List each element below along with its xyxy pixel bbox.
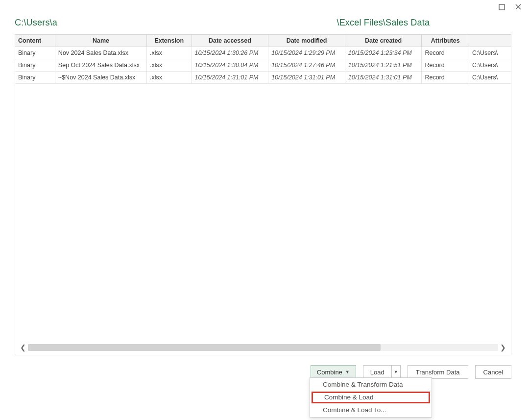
combine-button-label: Combine [317, 369, 342, 376]
transform-data-button[interactable]: Transform Data [408, 365, 468, 379]
dialog-button-row: Combine ▼ Load ▼ Transform Data Cancel [311, 365, 511, 379]
horizontal-scrollbar[interactable]: ❮ ❯ [19, 343, 507, 352]
menu-combine-load[interactable]: Combine & Load [312, 392, 430, 403]
cell-extension: .xlsx [147, 72, 192, 84]
cell-content: Binary [15, 72, 55, 84]
load-button-label: Load [363, 366, 391, 378]
cell-date-modified: 10/15/2024 1:29:29 PM [268, 47, 345, 59]
cell-date-accessed: 10/15/2024 1:30:04 PM [192, 59, 268, 72]
cell-date-modified: 10/15/2024 1:27:46 PM [268, 59, 345, 72]
scroll-thumb[interactable] [28, 344, 381, 351]
col-date-accessed[interactable]: Date accessed [192, 35, 268, 47]
chevron-down-icon: ▼ [345, 370, 350, 374]
cell-folder: C:\Users\ [469, 59, 511, 72]
cell-content: Binary [15, 47, 55, 59]
cell-folder: C:\Users\ [469, 47, 511, 59]
path-prefix: C:\Users\a [15, 18, 57, 27]
transform-button-label: Transform Data [416, 369, 460, 376]
col-date-modified[interactable]: Date modified [268, 35, 345, 47]
cancel-button[interactable]: Cancel [475, 365, 511, 379]
scroll-right-icon[interactable]: ❯ [499, 344, 507, 351]
cell-extension: .xlsx [147, 59, 192, 72]
col-content[interactable]: Content [15, 35, 55, 47]
cell-folder: C:\Users\ [469, 72, 511, 84]
cell-date-created: 10/15/2024 1:23:34 PM [345, 47, 422, 59]
table-row[interactable]: Binary ~$Nov 2024 Sales Data.xlsx .xlsx … [15, 72, 511, 84]
cell-attributes: Record [422, 72, 469, 84]
col-folder[interactable] [469, 35, 511, 47]
folder-path-title: C:\Users\a \Excel Files\Sales Data [15, 18, 505, 28]
load-split-button[interactable]: Load ▼ [363, 365, 401, 379]
menu-combine-load-to[interactable]: Combine & Load To... [310, 404, 432, 416]
spreadsheet-grid-background [0, 400, 529, 420]
chevron-down-icon[interactable]: ▼ [391, 366, 400, 378]
close-button[interactable] [514, 3, 522, 11]
maximize-button[interactable] [498, 3, 505, 11]
table-header-row: Content Name Extension Date accessed Dat… [15, 35, 511, 47]
menu-combine-transform[interactable]: Combine & Transform Data [310, 379, 432, 391]
scroll-left-icon[interactable]: ❮ [19, 344, 27, 351]
cell-content: Binary [15, 59, 55, 72]
combine-button[interactable]: Combine ▼ [311, 365, 356, 379]
cell-name: Nov 2024 Sales Data.xlsx [55, 47, 146, 59]
table-row[interactable]: Binary Nov 2024 Sales Data.xlsx .xlsx 10… [15, 47, 511, 59]
scroll-track[interactable] [28, 344, 498, 351]
cancel-button-label: Cancel [483, 369, 503, 376]
cell-extension: .xlsx [147, 47, 192, 59]
path-suffix: \Excel Files\Sales Data [337, 18, 430, 27]
combine-dropdown-menu: Combine & Transform Data Combine & Load … [310, 377, 432, 418]
col-date-created[interactable]: Date created [345, 35, 422, 47]
file-list-table: Content Name Extension Date accessed Dat… [15, 35, 511, 84]
cell-date-accessed: 10/15/2024 1:30:26 PM [192, 47, 268, 59]
col-extension[interactable]: Extension [147, 35, 192, 47]
cell-date-created: 10/15/2024 1:31:01 PM [345, 72, 422, 84]
window-controls [498, 3, 522, 11]
cell-date-accessed: 10/15/2024 1:31:01 PM [192, 72, 268, 84]
col-attributes[interactable]: Attributes [422, 35, 469, 47]
maximize-icon [499, 4, 505, 10]
cell-attributes: Record [422, 47, 469, 59]
file-list-table-frame: Content Name Extension Date accessed Dat… [15, 34, 511, 355]
cell-date-created: 10/15/2024 1:21:51 PM [345, 59, 422, 72]
cell-attributes: Record [422, 59, 469, 72]
table-row[interactable]: Binary Sep Oct 2024 Sales Data.xlsx .xls… [15, 59, 511, 72]
cell-name: Sep Oct 2024 Sales Data.xlsx [55, 59, 146, 72]
cell-date-modified: 10/15/2024 1:31:01 PM [268, 72, 345, 84]
col-name[interactable]: Name [55, 35, 146, 47]
svg-rect-0 [499, 4, 505, 10]
close-icon [515, 3, 522, 10]
cell-name: ~$Nov 2024 Sales Data.xlsx [55, 72, 146, 84]
